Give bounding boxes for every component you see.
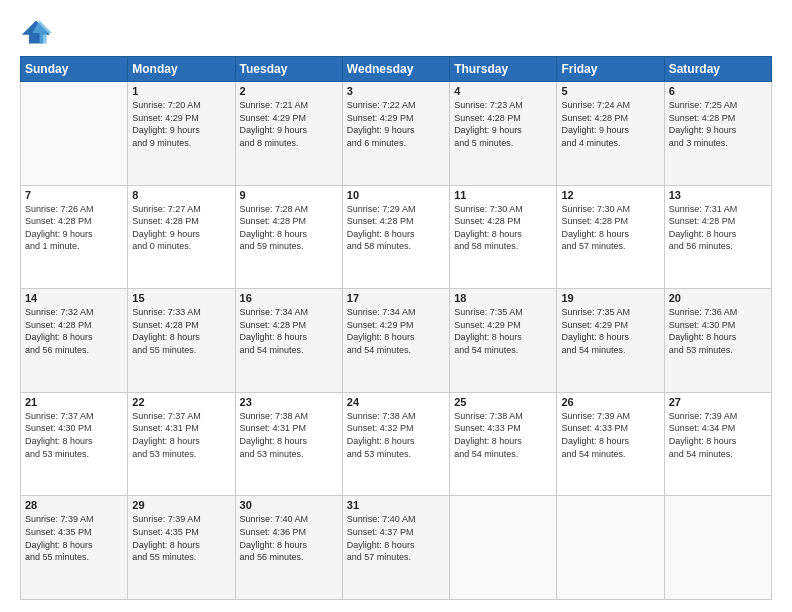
calendar-cell: 11Sunrise: 7:30 AM Sunset: 4:28 PM Dayli… — [450, 185, 557, 289]
day-info: Sunrise: 7:39 AM Sunset: 4:35 PM Dayligh… — [25, 513, 123, 563]
day-number: 5 — [561, 85, 659, 97]
calendar-cell: 29Sunrise: 7:39 AM Sunset: 4:35 PM Dayli… — [128, 496, 235, 600]
calendar-table: SundayMondayTuesdayWednesdayThursdayFrid… — [20, 56, 772, 600]
day-number: 6 — [669, 85, 767, 97]
calendar-cell: 8Sunrise: 7:27 AM Sunset: 4:28 PM Daylig… — [128, 185, 235, 289]
day-info: Sunrise: 7:39 AM Sunset: 4:35 PM Dayligh… — [132, 513, 230, 563]
logo-icon — [20, 18, 52, 46]
day-info: Sunrise: 7:23 AM Sunset: 4:28 PM Dayligh… — [454, 99, 552, 149]
calendar-cell: 16Sunrise: 7:34 AM Sunset: 4:28 PM Dayli… — [235, 289, 342, 393]
day-info: Sunrise: 7:38 AM Sunset: 4:31 PM Dayligh… — [240, 410, 338, 460]
day-number: 13 — [669, 189, 767, 201]
calendar-cell: 7Sunrise: 7:26 AM Sunset: 4:28 PM Daylig… — [21, 185, 128, 289]
day-number: 29 — [132, 499, 230, 511]
day-info: Sunrise: 7:37 AM Sunset: 4:30 PM Dayligh… — [25, 410, 123, 460]
day-number: 2 — [240, 85, 338, 97]
day-number: 19 — [561, 292, 659, 304]
day-number: 26 — [561, 396, 659, 408]
day-info: Sunrise: 7:38 AM Sunset: 4:32 PM Dayligh… — [347, 410, 445, 460]
day-number: 11 — [454, 189, 552, 201]
day-number: 30 — [240, 499, 338, 511]
day-number: 16 — [240, 292, 338, 304]
day-info: Sunrise: 7:26 AM Sunset: 4:28 PM Dayligh… — [25, 203, 123, 253]
day-info: Sunrise: 7:39 AM Sunset: 4:33 PM Dayligh… — [561, 410, 659, 460]
day-number: 24 — [347, 396, 445, 408]
calendar-week-4: 21Sunrise: 7:37 AM Sunset: 4:30 PM Dayli… — [21, 392, 772, 496]
calendar-header-tuesday: Tuesday — [235, 57, 342, 82]
day-info: Sunrise: 7:24 AM Sunset: 4:28 PM Dayligh… — [561, 99, 659, 149]
day-number: 20 — [669, 292, 767, 304]
day-number: 7 — [25, 189, 123, 201]
calendar-cell: 28Sunrise: 7:39 AM Sunset: 4:35 PM Dayli… — [21, 496, 128, 600]
day-number: 9 — [240, 189, 338, 201]
day-number: 15 — [132, 292, 230, 304]
day-info: Sunrise: 7:40 AM Sunset: 4:36 PM Dayligh… — [240, 513, 338, 563]
calendar-header-row: SundayMondayTuesdayWednesdayThursdayFrid… — [21, 57, 772, 82]
day-info: Sunrise: 7:20 AM Sunset: 4:29 PM Dayligh… — [132, 99, 230, 149]
day-info: Sunrise: 7:30 AM Sunset: 4:28 PM Dayligh… — [454, 203, 552, 253]
calendar-cell: 12Sunrise: 7:30 AM Sunset: 4:28 PM Dayli… — [557, 185, 664, 289]
day-number: 3 — [347, 85, 445, 97]
day-number: 27 — [669, 396, 767, 408]
calendar-cell: 22Sunrise: 7:37 AM Sunset: 4:31 PM Dayli… — [128, 392, 235, 496]
calendar-cell: 4Sunrise: 7:23 AM Sunset: 4:28 PM Daylig… — [450, 82, 557, 186]
calendar-header-sunday: Sunday — [21, 57, 128, 82]
day-info: Sunrise: 7:29 AM Sunset: 4:28 PM Dayligh… — [347, 203, 445, 253]
calendar-header-thursday: Thursday — [450, 57, 557, 82]
day-info: Sunrise: 7:38 AM Sunset: 4:33 PM Dayligh… — [454, 410, 552, 460]
day-number: 25 — [454, 396, 552, 408]
day-info: Sunrise: 7:39 AM Sunset: 4:34 PM Dayligh… — [669, 410, 767, 460]
day-info: Sunrise: 7:31 AM Sunset: 4:28 PM Dayligh… — [669, 203, 767, 253]
calendar-header-monday: Monday — [128, 57, 235, 82]
calendar-cell: 20Sunrise: 7:36 AM Sunset: 4:30 PM Dayli… — [664, 289, 771, 393]
calendar-cell: 6Sunrise: 7:25 AM Sunset: 4:28 PM Daylig… — [664, 82, 771, 186]
calendar-week-1: 1Sunrise: 7:20 AM Sunset: 4:29 PM Daylig… — [21, 82, 772, 186]
calendar-cell: 24Sunrise: 7:38 AM Sunset: 4:32 PM Dayli… — [342, 392, 449, 496]
day-number: 22 — [132, 396, 230, 408]
calendar-cell: 17Sunrise: 7:34 AM Sunset: 4:29 PM Dayli… — [342, 289, 449, 393]
day-info: Sunrise: 7:34 AM Sunset: 4:29 PM Dayligh… — [347, 306, 445, 356]
day-number: 12 — [561, 189, 659, 201]
day-info: Sunrise: 7:21 AM Sunset: 4:29 PM Dayligh… — [240, 99, 338, 149]
calendar-cell: 31Sunrise: 7:40 AM Sunset: 4:37 PM Dayli… — [342, 496, 449, 600]
day-number: 28 — [25, 499, 123, 511]
day-number: 1 — [132, 85, 230, 97]
day-number: 8 — [132, 189, 230, 201]
day-number: 14 — [25, 292, 123, 304]
calendar-cell: 15Sunrise: 7:33 AM Sunset: 4:28 PM Dayli… — [128, 289, 235, 393]
calendar-cell: 26Sunrise: 7:39 AM Sunset: 4:33 PM Dayli… — [557, 392, 664, 496]
day-info: Sunrise: 7:28 AM Sunset: 4:28 PM Dayligh… — [240, 203, 338, 253]
day-number: 21 — [25, 396, 123, 408]
calendar-cell — [21, 82, 128, 186]
day-info: Sunrise: 7:35 AM Sunset: 4:29 PM Dayligh… — [561, 306, 659, 356]
calendar-cell — [450, 496, 557, 600]
calendar-cell: 3Sunrise: 7:22 AM Sunset: 4:29 PM Daylig… — [342, 82, 449, 186]
header — [20, 18, 772, 46]
day-info: Sunrise: 7:30 AM Sunset: 4:28 PM Dayligh… — [561, 203, 659, 253]
calendar-cell: 1Sunrise: 7:20 AM Sunset: 4:29 PM Daylig… — [128, 82, 235, 186]
day-info: Sunrise: 7:33 AM Sunset: 4:28 PM Dayligh… — [132, 306, 230, 356]
logo — [20, 18, 56, 46]
calendar-cell: 2Sunrise: 7:21 AM Sunset: 4:29 PM Daylig… — [235, 82, 342, 186]
calendar-week-3: 14Sunrise: 7:32 AM Sunset: 4:28 PM Dayli… — [21, 289, 772, 393]
calendar-cell: 25Sunrise: 7:38 AM Sunset: 4:33 PM Dayli… — [450, 392, 557, 496]
day-number: 23 — [240, 396, 338, 408]
calendar-cell: 10Sunrise: 7:29 AM Sunset: 4:28 PM Dayli… — [342, 185, 449, 289]
day-number: 10 — [347, 189, 445, 201]
calendar-cell — [664, 496, 771, 600]
calendar-cell: 19Sunrise: 7:35 AM Sunset: 4:29 PM Dayli… — [557, 289, 664, 393]
day-number: 17 — [347, 292, 445, 304]
calendar-header-wednesday: Wednesday — [342, 57, 449, 82]
calendar-cell: 13Sunrise: 7:31 AM Sunset: 4:28 PM Dayli… — [664, 185, 771, 289]
day-info: Sunrise: 7:27 AM Sunset: 4:28 PM Dayligh… — [132, 203, 230, 253]
calendar-week-5: 28Sunrise: 7:39 AM Sunset: 4:35 PM Dayli… — [21, 496, 772, 600]
calendar-header-friday: Friday — [557, 57, 664, 82]
day-info: Sunrise: 7:32 AM Sunset: 4:28 PM Dayligh… — [25, 306, 123, 356]
day-info: Sunrise: 7:37 AM Sunset: 4:31 PM Dayligh… — [132, 410, 230, 460]
day-number: 18 — [454, 292, 552, 304]
day-number: 31 — [347, 499, 445, 511]
calendar-cell: 5Sunrise: 7:24 AM Sunset: 4:28 PM Daylig… — [557, 82, 664, 186]
calendar-cell: 30Sunrise: 7:40 AM Sunset: 4:36 PM Dayli… — [235, 496, 342, 600]
calendar-header-saturday: Saturday — [664, 57, 771, 82]
calendar-cell: 18Sunrise: 7:35 AM Sunset: 4:29 PM Dayli… — [450, 289, 557, 393]
